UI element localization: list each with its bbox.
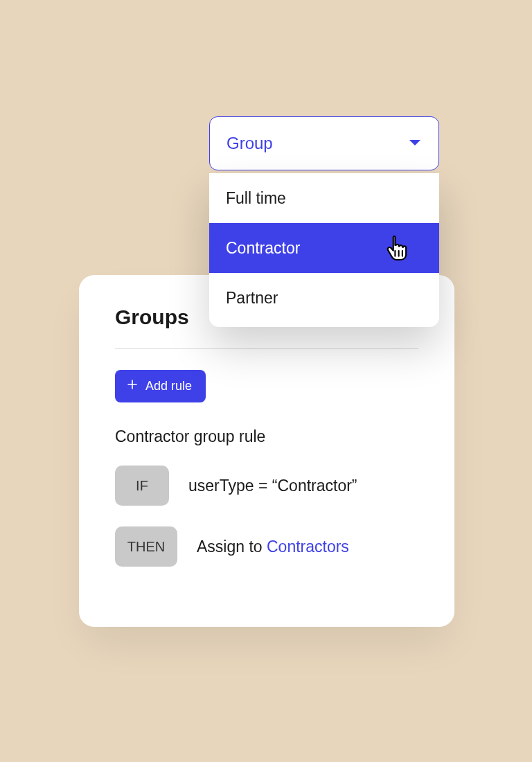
then-action-text: Assign to Contractors xyxy=(197,538,349,556)
then-chip: THEN xyxy=(115,526,177,567)
add-rule-label: Add rule xyxy=(145,379,192,393)
rule-row-then: THEN Assign to Contractors xyxy=(115,526,418,567)
if-chip: IF xyxy=(115,466,169,506)
group-dropdown: Group Full time Contractor Partner xyxy=(209,116,439,327)
dropdown-option-label: Contractor xyxy=(226,239,300,258)
dropdown-option-contractor[interactable]: Contractor xyxy=(209,223,439,273)
chevron-down-icon xyxy=(408,139,422,148)
rule-title: Contractor group rule xyxy=(115,427,418,446)
add-rule-button[interactable]: Add rule xyxy=(115,370,206,402)
group-dropdown-trigger[interactable]: Group xyxy=(209,116,439,170)
cursor-pointer-icon xyxy=(382,233,411,263)
if-condition-text: userType = “Contractor” xyxy=(188,477,357,495)
then-text-prefix: Assign to xyxy=(197,538,267,556)
dropdown-option-full-time[interactable]: Full time xyxy=(209,173,439,223)
group-dropdown-menu: Full time Contractor Partner xyxy=(209,173,439,327)
plus-icon xyxy=(126,378,139,394)
then-link[interactable]: Contractors xyxy=(267,538,349,556)
group-dropdown-label: Group xyxy=(227,134,273,153)
rule-row-if: IF userType = “Contractor” xyxy=(115,466,418,506)
dropdown-option-partner[interactable]: Partner xyxy=(209,273,439,323)
divider xyxy=(115,348,418,349)
groups-card: Groups Add rule Contractor group rule IF… xyxy=(79,275,454,627)
